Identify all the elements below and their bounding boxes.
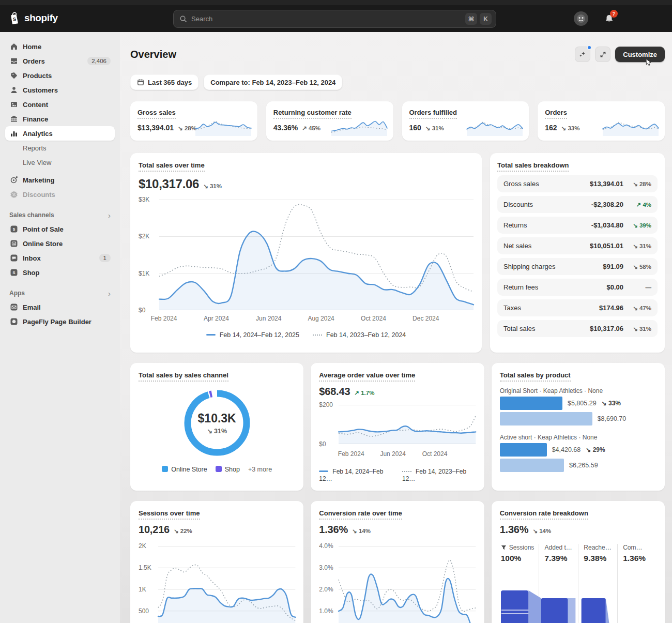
sidebar-item-discounts[interactable]: Discounts (5, 187, 115, 202)
legend-current: Feb 14, 2024–Feb 12… (319, 468, 393, 482)
sidebar-item-online-store[interactable]: Online Store (5, 236, 115, 251)
sidebar-item-products[interactable]: Products (5, 68, 115, 83)
insights-button[interactable] (575, 47, 590, 62)
row-delta: ↘ 47% (623, 305, 651, 312)
sidebar-item-shop[interactable]: S Shop (5, 265, 115, 280)
metric-title[interactable]: Total sales breakdown (497, 161, 569, 172)
x-axis-labels: Feb 2024Apr 2024Jun 2024Aug 2024Oct 2024… (159, 315, 474, 323)
metric-title[interactable]: Gross sales (138, 109, 176, 119)
sparkline-chart (331, 116, 387, 136)
metric-title[interactable]: Orders fulfilled (409, 109, 457, 119)
conversion-line-chart (339, 546, 476, 623)
metric-title[interactable]: Conversion rate breakdown (500, 509, 588, 520)
date-range-button[interactable]: Last 365 days (130, 74, 198, 90)
row-label: Returns (503, 221, 527, 229)
breakdown-row[interactable]: Net sales $10,051.01 ↘ 31% (497, 237, 658, 254)
apps-header[interactable]: Apps › (5, 286, 115, 300)
sidebar-item-label: Point of Sale (23, 225, 64, 233)
compare-to-button[interactable]: Compare to: Feb 14, 2023–Feb 12, 2024 (204, 74, 342, 90)
sidebar-item-orders[interactable]: Orders 2,406 (5, 54, 115, 68)
sidebar-item-pagefly[interactable]: PageFly Page Builder (5, 314, 115, 329)
svg-text:S: S (12, 270, 16, 275)
notifications-button[interactable]: 7 (603, 12, 615, 25)
shop-icon: S (9, 268, 18, 277)
sidebar-item-live-view[interactable]: Live View (5, 155, 115, 170)
metric-value: $10,317.06 (139, 177, 199, 191)
chevron-right-icon: › (108, 211, 111, 220)
sidebar-item-label: Online Store (23, 240, 63, 248)
calendar-icon (137, 79, 144, 86)
sidebar-item-point-of-sale[interactable]: $ Point of Sale (5, 222, 115, 236)
breakdown-row[interactable]: Total sales $10,317.06 ↘ 31% (497, 320, 658, 337)
metric-title[interactable]: Conversion rate over time (319, 509, 402, 520)
avatar-face-icon (576, 14, 586, 23)
customize-label: Customize (623, 51, 657, 58)
store-avatar[interactable] (574, 11, 588, 26)
conversion-funnel-chart (500, 589, 656, 623)
sidebar-item-label: Inbox (23, 254, 41, 262)
sidebar-item-customers[interactable]: Customers (5, 83, 115, 97)
y-tick-label: $1K (139, 270, 149, 277)
row-delta: ↗ 4% (623, 201, 651, 208)
sidebar: Home Orders 2,406 Products Customers Con… (0, 32, 120, 623)
sidebar-item-reports[interactable]: Reports (5, 141, 115, 155)
legend-shop: Shop (216, 466, 240, 473)
aov-line-chart (339, 405, 476, 444)
step-value: 100% (501, 554, 537, 563)
metric-title[interactable]: Orders (545, 109, 567, 119)
customize-button[interactable]: Customize (615, 47, 665, 62)
row-label: Shipping charges (503, 263, 555, 270)
bar-delta: ↘ 29% (586, 446, 605, 453)
breakdown-row[interactable]: Gross sales $13,394.01 ↘ 28% (497, 175, 658, 192)
bar-value: $6,265.59 (569, 462, 598, 469)
breakdown-row[interactable]: Shipping charges $91.09 ↘ 58% (497, 258, 658, 275)
metric-title[interactable]: Sessions over time (139, 509, 200, 520)
row-value: $174.96 (599, 304, 623, 312)
metric-title[interactable]: Average order value over time (319, 371, 415, 382)
sidebar-item-inbox[interactable]: Inbox 1 (5, 251, 115, 265)
orders-icon (9, 57, 18, 65)
metric-delta: ↗ 45% (302, 125, 320, 132)
metric-value: 160 (409, 124, 421, 132)
metric-value: $13,394.01 (138, 124, 174, 132)
breakdown-row[interactable]: Discounts -$2,308.20 ↗ 4% (497, 196, 658, 213)
x-tick-label: Oct 2024 (361, 315, 386, 322)
legend-line-swatch (206, 334, 216, 336)
sidebar-item-content[interactable]: Content (5, 97, 115, 112)
compare-label: Compare to: Feb 14, 2023–Feb 12, 2024 (210, 79, 335, 86)
y-tick-label: $0 (139, 307, 145, 314)
y-tick-label: 4.0% (319, 542, 333, 550)
global-search[interactable]: ⌘ K (173, 10, 496, 28)
legend-previous: Feb 14, 2023–Feb 12… (402, 468, 476, 482)
breakdown-row[interactable]: Taxes $174.96 ↘ 47% (497, 299, 658, 316)
total-sales-breakdown-card: Total sales breakdown Gross sales $13,39… (490, 153, 665, 353)
pagefly-icon (9, 317, 18, 326)
sidebar-item-label: Content (23, 101, 48, 109)
x-tick-label: Jun 2024 (380, 450, 405, 458)
inbox-icon (9, 254, 18, 262)
breakdown-row[interactable]: Return fees $0.00 — (497, 279, 658, 296)
step-label: Sessions (509, 544, 534, 551)
metric-title[interactable]: Total sales over time (139, 161, 205, 172)
sales-channels-header[interactable]: Sales channels › (5, 208, 115, 222)
y-tick-label: 500 (139, 607, 149, 615)
shopify-logo[interactable]: S shopify (8, 11, 58, 25)
sidebar-item-finance[interactable]: Finance (5, 112, 115, 126)
shortcut-k-key: K (480, 13, 492, 25)
product-group: Active short · Keap Athletics · None $4,… (500, 434, 656, 472)
breakdown-row[interactable]: Returns -$1,034.80 ↘ 39% (497, 217, 658, 234)
expand-button[interactable] (595, 47, 610, 62)
sidebar-item-email[interactable]: Email (5, 300, 115, 314)
metric-title[interactable]: Total sales by sales channel (139, 371, 228, 382)
x-tick-label: Apr 2024 (204, 315, 229, 322)
y-tick-label: 1.5K (139, 564, 151, 571)
legend-more[interactable]: +3 more (248, 466, 272, 473)
sidebar-item-home[interactable]: Home (5, 39, 115, 54)
metric-title[interactable]: Total sales by product (500, 371, 571, 382)
shopify-bag-icon: S (8, 11, 21, 25)
sidebar-item-analytics[interactable]: Analytics (5, 126, 115, 141)
sales-by-product-card: Total sales by product Original Short · … (492, 363, 665, 491)
search-input[interactable] (191, 15, 463, 23)
sidebar-item-marketing[interactable]: Marketing (5, 173, 115, 187)
sidebar-item-label: PageFly Page Builder (23, 318, 91, 326)
